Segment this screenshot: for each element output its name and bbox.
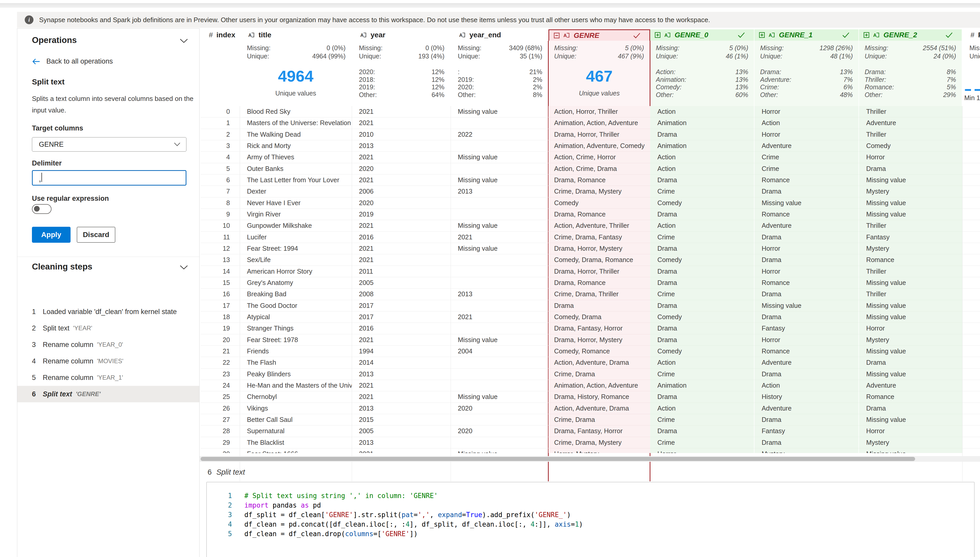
cell-genre-0: Crime [650,288,755,300]
category-label: 2020: [458,83,533,91]
RATING-missing-stat: Missing: [962,44,980,52]
cell-genre-0: Comedy [650,254,755,265]
cleaning-step-5[interactable]: 5Rename column'YEAR_1' [17,370,200,386]
column-name: index [217,31,235,39]
check-icon[interactable] [945,32,953,38]
table-row: 8Never Have I Ever2020ComedyComedyMissin… [199,197,980,209]
cell-index: 12 [201,243,240,254]
cell-title: Never Have I Ever [240,197,352,209]
operation-title: Split text [32,78,65,86]
delimiter-label: Delimiter [32,159,62,167]
cell-genre-2: Comedy [859,140,962,151]
chevron-down-icon[interactable] [179,38,188,44]
cell-rating [962,403,980,414]
code-text: df_split = df_clean['GENRE'].str.split(p… [245,510,571,520]
table-row: 13Sex/Life2021Comedy, Drama, RomanceCome… [199,254,980,265]
category-label: 2020: [359,68,432,76]
stat-label: Missing: [969,44,980,52]
arrow-left-icon [32,58,41,65]
cleaning-step-2[interactable]: 2Split text'YEAR' [17,320,200,336]
cleaning-steps-list: 1Loaded variable 'df_clean' from kernel … [17,303,200,402]
use-regex-toggle[interactable] [32,204,52,214]
column-header-GENRE_2[interactable]: AGENRE_2 [859,29,962,41]
discard-button[interactable]: Discard [77,227,115,243]
check-icon[interactable] [737,32,745,38]
cleaning-step-1[interactable]: 1Loaded variable 'df_clean' from kernel … [17,303,200,320]
code-line: 3df_split = df_clean['GENRE'].str.split(… [214,510,969,520]
category-pct: 8% [533,91,542,99]
cell-genre-0: Action [650,403,755,414]
cell-genre-1: Drama [755,186,859,197]
stat-label: Missing: [656,44,729,52]
cell-genre-0: Drama [650,425,755,437]
cell-genre-1: Horror [755,129,859,140]
table-row: 0Blood Red Sky2021Missing valueAction, H… [199,106,980,117]
delimiter-input[interactable]: , [32,170,186,186]
category-pct: 29% [943,91,956,99]
step-text: Rename column [43,341,93,349]
cell-genre: Animation, Action, Adventure [548,117,650,129]
cell-index: 26 [201,403,240,414]
cell-year: 2013 [352,368,451,380]
cell-year-end: Missing value [451,151,548,163]
category-pct: 13% [735,68,748,76]
step-column-ref: 'YEAR_0' [97,341,123,348]
cell-year-end [451,380,548,391]
column-header-GENRE[interactable]: AGENRE [548,29,650,41]
column-header-year[interactable]: Ayear [352,29,451,41]
column-header-GENRE_0[interactable]: AGENRE_0 [650,29,754,41]
stat-label: Unique: [458,52,520,60]
cell-genre-0: Comedy [650,346,755,357]
cell-index: 2 [201,129,240,140]
GENRE_1-category: Other:48% [755,91,859,99]
back-to-operations-link[interactable]: Back to all operations [32,57,113,65]
cell-genre-2: Mystery [859,186,962,197]
check-icon[interactable] [842,32,850,38]
cell-genre-2: Romance [859,391,962,402]
stat-value: 48 (1%) [830,52,853,60]
stat-label: Missing: [865,44,923,52]
cell-rating [962,414,980,425]
cell-genre-2: Missing value [859,414,962,425]
cell-title: American Horror Story [240,266,352,277]
table-row: 4Army of Thieves2021Missing valueAction,… [199,151,980,163]
cell-year-end [451,300,548,311]
cell-genre-0: Animation [650,380,755,391]
GENRE_1-category: Crime:6% [755,83,859,91]
line-number: 1 [214,491,232,501]
cell-rating [962,220,980,231]
target-columns-dropdown[interactable]: GENRE [32,137,186,151]
column-header-RATING[interactable]: #RATING [962,29,980,41]
cell-genre: Action, Crime, Drama [548,163,650,174]
category-label: Thriller: [865,76,947,84]
apply-button[interactable]: Apply [32,227,70,243]
check-icon[interactable] [633,32,641,39]
cleaning-step-6[interactable]: 6Split text'GENRE' [17,386,200,402]
column-header-index[interactable]: #index [201,29,240,41]
cell-genre-1: Fantasy [755,425,859,437]
column-header-GENRE_1[interactable]: AGENRE_1 [755,29,858,41]
cell-rating [962,140,980,151]
cell-year-end [451,163,548,174]
stat-label: Unique: [359,52,418,60]
column-header-title[interactable]: Atitle [240,29,352,41]
stat-label: Missing: [760,44,820,52]
GENRE_0-category: Comedy:13% [650,83,755,91]
scrollbar-thumb[interactable] [201,457,915,461]
table-row: 11Lucifer20162021Crime, Drama, FantasyCr… [199,232,980,243]
cell-index: 24 [201,380,240,391]
column-header-year_end[interactable]: Ayear_end [451,29,548,41]
cleaning-step-3[interactable]: 3Rename column'YEAR_0' [17,336,200,353]
category-pct: 5% [947,83,956,91]
cell-genre-1: Romance [755,174,859,186]
stat-value: 46 (1%) [726,52,748,60]
cell-genre: Drama, Fantasy, Horror [548,425,650,437]
GENRE-unique-count: 467 [548,67,650,85]
cleaning-step-4[interactable]: 4Rename column'MOVIES' [17,353,200,370]
chevron-down-icon[interactable] [179,265,188,270]
cell-genre: Drama, Horror, Mystery [548,334,650,346]
cell-genre: Drama, Horror, Mystery [548,243,650,254]
cell-rating [962,117,980,129]
cell-rating [962,163,980,174]
cell-genre-2: Drama [859,163,962,174]
